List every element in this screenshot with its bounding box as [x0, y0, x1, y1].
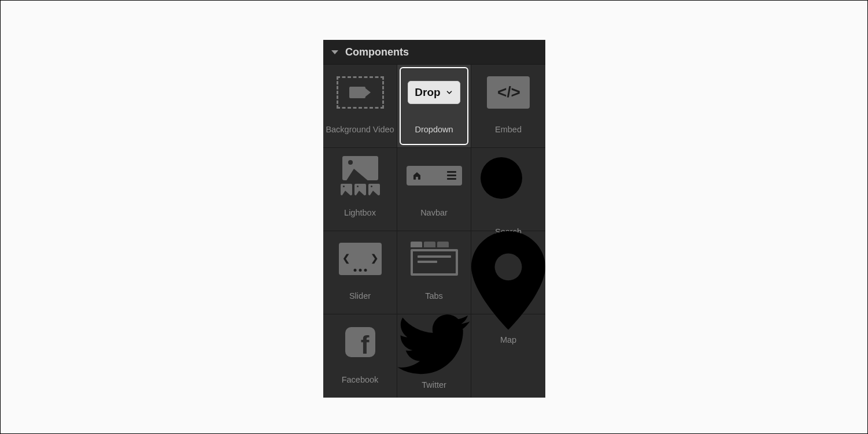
component-slider[interactable]: ❮ ❯ Slider: [323, 231, 397, 314]
component-label: Tabs: [423, 286, 445, 314]
canvas: Components Background Video Drop: [0, 0, 868, 434]
twitter-icon: [397, 314, 471, 374]
component-label: Dropdown: [412, 120, 455, 147]
home-icon: [412, 171, 422, 180]
components-panel: Components Background Video Drop: [323, 40, 545, 398]
chevron-down-icon: [445, 88, 453, 97]
component-facebook[interactable]: Facebook: [323, 314, 397, 398]
component-label: Twitter: [419, 374, 449, 402]
component-dropdown[interactable]: Drop Dropdown: [397, 65, 471, 148]
navbar-icon: [407, 166, 462, 186]
component-label: Lightbox: [342, 203, 378, 231]
component-empty: [471, 314, 545, 398]
lightbox-icon: [341, 156, 380, 195]
components-grid: Background Video Drop Dropdown </>: [323, 65, 545, 398]
chevron-left-icon: ❮: [342, 252, 350, 263]
tabs-icon: [411, 242, 458, 276]
component-search[interactable]: Search: [471, 148, 545, 231]
component-label: Facebook: [339, 370, 381, 398]
caret-down-icon: [331, 50, 338, 54]
facebook-icon: [345, 327, 375, 357]
component-label: Navbar: [418, 203, 450, 231]
components-panel-header[interactable]: Components: [323, 40, 545, 65]
component-map[interactable]: Map: [471, 231, 545, 314]
embed-icon: </>: [487, 76, 530, 109]
search-icon: [471, 148, 545, 222]
component-label: Background Video: [323, 120, 396, 147]
dropdown-icon: Drop: [408, 81, 460, 104]
slider-icon: ❮ ❯: [339, 243, 382, 275]
component-tabs[interactable]: Tabs: [397, 231, 471, 314]
svg-line-1: [518, 194, 538, 215]
chevron-right-icon: ❯: [371, 252, 378, 263]
component-lightbox[interactable]: Lightbox: [323, 148, 397, 231]
component-navbar[interactable]: Navbar: [397, 148, 471, 231]
background-video-icon: [337, 76, 384, 109]
panel-title: Components: [345, 46, 409, 58]
component-label: Embed: [493, 120, 524, 147]
svg-point-0: [481, 157, 522, 199]
component-label: Slider: [347, 286, 373, 314]
hamburger-icon: [447, 171, 456, 180]
component-background-video[interactable]: Background Video: [323, 65, 397, 148]
component-twitter[interactable]: Twitter: [397, 314, 471, 398]
dropdown-icon-text: Drop: [415, 86, 440, 99]
component-embed[interactable]: </> Embed: [471, 65, 545, 148]
